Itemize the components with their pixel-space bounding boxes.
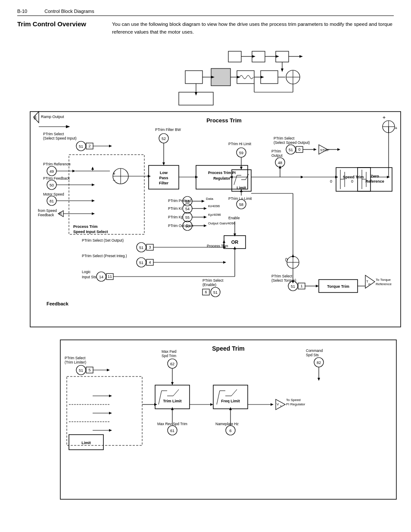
zero-ref-label2: Reference (365, 179, 384, 184)
enable-label: Enable (228, 216, 240, 220)
svg-marker-47 (91, 167, 94, 170)
ptrim-ref-label: PTrim Reference (43, 162, 71, 166)
freq-limit-label: Freq Limit (221, 399, 240, 403)
ptrim-select-sublabel: (Select Speed Input) (43, 136, 77, 140)
param-82: 82 (317, 361, 321, 365)
svg-rect-156 (60, 340, 396, 499)
plus-sign-circle: + (395, 125, 397, 131)
param-14: 14 (99, 275, 103, 279)
overview-diagram (179, 51, 303, 105)
svg-line-184 (217, 391, 220, 404)
nameplate-hz-label: Nameplate Hz (215, 422, 239, 426)
command-spd-sts-label2: Spd Sts (306, 353, 319, 357)
svg-marker-61 (148, 175, 151, 177)
or-label: OR (231, 240, 239, 245)
svg-line-175 (159, 391, 162, 404)
sum-plus: + (113, 171, 115, 176)
limit-st-label: Limit (81, 441, 91, 445)
svg-marker-95 (234, 233, 236, 236)
zero-right-speed: 0 (351, 179, 353, 184)
svg-marker-56 (92, 212, 95, 215)
param-52: 52 (162, 137, 166, 141)
ptrim-select-label: PTrim Select (43, 132, 64, 136)
param-51-5a: 51 (79, 368, 83, 373)
svg-marker-106 (223, 261, 226, 264)
svg-marker-165 (109, 412, 112, 414)
svg-marker-160 (107, 369, 110, 371)
svg-marker-8 (299, 55, 303, 58)
ptrim-out-gain-label: PTrim Out Gain (168, 224, 193, 228)
svg-line-85 (234, 175, 237, 185)
svg-rect-0 (228, 51, 241, 62)
param-53: 53 (185, 199, 190, 204)
sum-minus: – (113, 177, 115, 182)
motor-speed-label: Motor Speed (43, 192, 64, 196)
param-6-hz: 6 (229, 429, 231, 433)
pi-reg-label2: Regulator (213, 176, 230, 180)
stop-label: STOP (320, 148, 330, 152)
ptrim-lo-limit-label: PTrim Lo Limit (228, 196, 252, 201)
param-60: 60 (185, 224, 190, 228)
param-49: 49 (50, 169, 54, 174)
lpf-label2: Pass (159, 176, 168, 180)
svg-marker-163 (109, 395, 112, 397)
param-4: 4 (149, 260, 151, 264)
param-11: 11 (108, 274, 112, 279)
svg-marker-83 (240, 167, 243, 170)
to-torque-label2: Reference (376, 282, 392, 286)
ptrim-output-label2: Output (271, 153, 283, 158)
vt-sub: T (280, 405, 282, 408)
param-54: 54 (185, 207, 190, 211)
param-59: 59 (239, 151, 243, 155)
speed-input-select-label1: Process Trim (73, 224, 98, 229)
svg-marker-4 (252, 55, 255, 58)
command-spd-sts-label1: Command (306, 348, 323, 353)
svg-marker-193 (318, 378, 320, 381)
svg-marker-71 (202, 200, 205, 202)
zero-left-speed: 0 (330, 179, 332, 184)
speed-input-select-label2: Speed Input Select (73, 230, 108, 234)
ptrim-feedback-label: PTrim Feedback (43, 176, 70, 180)
svg-marker-111 (234, 246, 236, 249)
svg-marker-167 (109, 429, 112, 432)
ptrim-output-label1: PTrim (271, 149, 281, 153)
to-speed-pi-label2: PI Regulator (286, 402, 305, 406)
page-header: B-10 Control Block Diagrams (17, 9, 394, 16)
feedback-label: Feedback (47, 301, 69, 306)
svg-marker-98 (223, 240, 225, 243)
param-3: 3 (149, 245, 151, 249)
from-speed-label1: from Speed (38, 208, 57, 213)
ramp-output-label: Ramp Output (41, 115, 64, 119)
trim-limiter-label1: PTrim Select (65, 356, 86, 360)
title-section: Trim Control Overview You can use the fo… (17, 20, 394, 36)
ptrim-select-speed-output-label2: (Select Speed Output) (274, 140, 310, 145)
svg-marker-136 (335, 176, 338, 178)
ptrim-set-output-label: PTrim Select (Set Output) (82, 238, 124, 243)
svg-marker-182 (210, 403, 213, 406)
speed-trim-section-label: Speed Trim (212, 345, 244, 352)
ptrim-select-enable-label: PTrim Select (202, 278, 224, 283)
param-51-4a: 51 (139, 261, 143, 265)
svg-marker-74 (204, 207, 207, 210)
trim-limiter-label2: (Trim Limiter) (65, 360, 86, 364)
svg-marker-77 (204, 216, 207, 218)
torque-trim-label: Torque Trim (327, 284, 349, 289)
b-label: B (34, 115, 37, 120)
svg-marker-26 (195, 92, 197, 96)
svg-marker-40 (109, 145, 112, 147)
svg-marker-173 (171, 382, 174, 385)
svg-marker-126 (301, 176, 304, 178)
param-5: 5 (88, 368, 90, 372)
lpf-label1: Low (160, 171, 168, 175)
process-trim-label: Process Trim (206, 117, 242, 124)
sum-plus-torque: 0 (285, 258, 288, 262)
page-number: B-10 (17, 9, 27, 14)
svg-marker-23 (261, 76, 264, 78)
ptrim-select-torque-label: PTrim Select (271, 274, 293, 278)
input-sts-label: Input Sts (82, 275, 97, 279)
svg-rect-31 (30, 112, 401, 327)
svg-marker-80 (204, 224, 207, 227)
param-0: 0 (298, 147, 300, 152)
title-block: Trim Control Overview (17, 20, 112, 36)
ptrim-filter-bw-label: PTrim Filter BW (155, 128, 181, 132)
